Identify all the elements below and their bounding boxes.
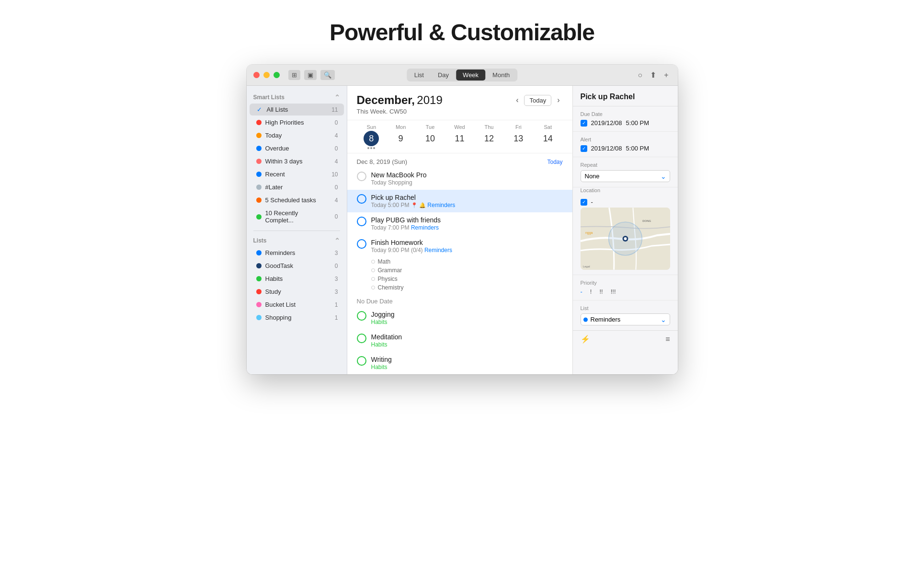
sidebar-item-bucket-list[interactable]: Bucket List 1 [250,299,344,311]
sidebar-item-recently-complete[interactable]: 10 Recently Complet... 0 [250,207,344,226]
svg-text:ngga: ngga [585,231,593,235]
tag-list: Habits [371,364,388,370]
minimize-button[interactable] [263,72,270,78]
search-button[interactable]: 🔍 [320,70,335,80]
priority-low[interactable]: ! [590,288,592,295]
sidebar-item-recent[interactable]: Recent 10 [250,168,344,180]
task-name: New MacBook Pro [371,171,563,179]
task-item[interactable]: New MacBook Pro Today Shopping [347,167,572,190]
sidebar-count: 10 [331,171,338,178]
list-select[interactable]: Reminders GoodTask Habits Study Bucket L… [581,313,670,325]
lists-header: Lists ⌃ [247,235,347,246]
task-item-finish-homework[interactable]: Finish Homework Today 9:00 PM (0/4) Remi… [347,235,572,257]
sidebar-label: High Priorities [265,119,328,126]
sidebar-item-5-scheduled[interactable]: 5 Scheduled tasks 4 [250,194,344,206]
sidebar-item-habits[interactable]: Habits 3 [250,273,344,285]
task-circle[interactable] [357,172,366,181]
sidebar-item-study[interactable]: Study 3 [250,286,344,298]
sidebar-count: 3 [331,276,338,282]
menu-icon[interactable]: ≡ [665,335,670,344]
smart-lists-header: Smart Lists ⌃ [247,92,347,103]
repeat-select-wrapper: None Every Day Every Week Every Month Ev… [581,170,670,182]
today-button[interactable]: Today [524,95,551,106]
dot-icon [256,250,262,255]
priority-high[interactable]: !!! [611,288,616,295]
detail-title: Pick up Rachel [573,86,678,106]
tab-list[interactable]: List [408,69,431,81]
view-switcher: List Day Week Month [407,69,518,81]
task-circle[interactable] [357,334,366,343]
task-circle[interactable] [357,356,366,366]
dot-icon [256,133,262,138]
add-icon-btn[interactable]: + [662,70,671,81]
priority-none[interactable]: - [581,288,582,295]
alert-date-value: 2019/12/08 [591,145,622,152]
panel-toggle-button[interactable]: ▣ [304,70,317,80]
tag-today: Today 9:00 PM (0/4) [371,247,423,254]
dot-icon [256,289,262,294]
tab-week[interactable]: Week [456,69,485,81]
task-circle[interactable] [357,217,366,226]
day-tue[interactable]: Tue 10 [415,120,445,153]
task-circle[interactable] [357,311,366,321]
sidebar-item-reminders[interactable]: Reminders 3 [250,247,344,259]
sidebar-label: Shopping [265,314,328,321]
date-label: Dec 8, 2019 (Sun) [357,158,408,165]
sidebar-label: 10 Recently Complet... [265,209,328,224]
sidebar-item-later[interactable]: #Later 0 [250,181,344,193]
task-name: Jogging [371,311,563,318]
due-date-value: 2019/12/08 [591,119,622,127]
due-date-checkbox[interactable]: ✓ [581,120,587,127]
day-sun[interactable]: Sun 8 [357,120,386,153]
dot-icon [256,185,262,190]
day-fri[interactable]: Fri 13 [504,120,533,153]
day-mon[interactable]: Mon 9 [386,120,415,153]
location-row: ✓ - [581,196,670,208]
repeat-select[interactable]: None Every Day Every Week Every Month Ev… [581,170,670,182]
lightning-icon[interactable]: ⚡ [581,335,590,344]
day-sat[interactable]: Sat 14 [533,120,562,153]
prev-week-button[interactable]: ‹ [513,95,521,105]
day-dot [367,147,369,149]
task-info: Meditation Habits [371,333,563,348]
task-item-jogging[interactable]: Jogging Habits [347,307,572,329]
sidebar-item-goodtask[interactable]: GoodTask 0 [250,260,344,272]
sidebar-item-overdue[interactable]: Overdue 0 [250,142,344,154]
close-button[interactable] [253,72,260,78]
task-item-meditation[interactable]: Meditation Habits [347,329,572,352]
sidebar: Smart Lists ⌃ ✓ All Lists 11 High Priori… [247,86,347,374]
location-checkbox[interactable]: ✓ [581,199,587,206]
task-circle[interactable] [357,239,366,249]
subtask-label: Math [378,258,391,265]
list-section: List Reminders GoodTask Habits Study Buc… [573,301,678,330]
task-item-pick-up-rachel[interactable]: Pick up Rachel Today 5:00 PM 📍 🔔 Reminde… [347,190,572,212]
task-info: New MacBook Pro Today Shopping [371,171,563,186]
sidebar-item-shopping[interactable]: Shopping 1 [250,312,344,324]
share-icon-btn[interactable]: ⬆ [648,69,659,81]
dot-icon [256,172,262,177]
sidebar-toggle-button[interactable]: ⊞ [288,70,300,80]
day-thu[interactable]: Thu 12 [474,120,503,153]
day-wed[interactable]: Wed 11 [445,120,474,153]
next-week-button[interactable]: › [554,95,562,105]
tab-day[interactable]: Day [431,69,456,81]
task-info: Play PUBG with friends Today 7:00 PM Rem… [371,216,563,231]
sidebar-label: Bucket List [265,301,328,308]
sidebar-label: Recent [265,171,328,178]
calendar-title-row: December, 2019 ‹ Today › [357,93,563,107]
today-label: Today [547,159,562,165]
task-circle[interactable] [357,194,366,204]
alert-checkbox[interactable]: ✓ [581,145,587,152]
task-item-play-pubg[interactable]: Play PUBG with friends Today 7:00 PM Rem… [347,212,572,235]
sidebar-item-today[interactable]: Today 4 [250,129,344,141]
maximize-button[interactable] [274,72,280,78]
alert-time-value: 5:00 PM [626,145,649,152]
sidebar-item-all-lists[interactable]: ✓ All Lists 11 [250,104,344,116]
task-item-writing[interactable]: Writing Habits [347,352,572,374]
sidebar-item-high-priorities[interactable]: High Priorities 0 [250,116,344,128]
priority-medium[interactable]: !! [599,288,603,295]
subtask-circle [371,260,375,264]
sidebar-item-within-3-days[interactable]: Within 3 days 4 [250,155,344,167]
circle-icon-btn[interactable]: ○ [635,70,645,81]
tab-month[interactable]: Month [486,69,516,81]
